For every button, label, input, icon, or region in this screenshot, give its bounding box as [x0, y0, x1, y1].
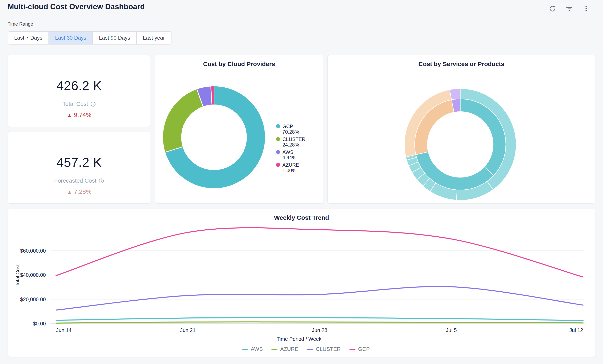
total-cost-delta: ▲9.74%	[8, 111, 151, 118]
time-range-option-last-90-days[interactable]: Last 90 Days	[93, 32, 136, 44]
x-tick-label: Jun 14	[56, 327, 71, 333]
legend-item-cluster[interactable]: CLUSTER 24.28%	[276, 137, 307, 148]
cost-by-services-card: Cost by Services or Products	[327, 55, 595, 204]
page-title: Multi-cloud Cost Overview Dashboard	[8, 2, 145, 11]
trend-legend: AWS AZURE CLUSTER GCP	[242, 346, 370, 352]
kebab-menu-icon	[582, 5, 590, 12]
trend-line-azure[interactable]	[56, 322, 583, 323]
x-tick-label: Jul 12	[569, 327, 583, 333]
services-sunburst-chart	[328, 55, 596, 204]
legend-item-azure[interactable]: AZURE	[271, 346, 298, 352]
total-cost-label: Total Cost	[62, 101, 88, 107]
legend-dash-azure	[271, 349, 278, 350]
total-cost-value: 426.2 K	[8, 78, 151, 93]
trend-line-aws[interactable]	[56, 318, 583, 320]
legend-item-gcp[interactable]: GCP 70.28%	[276, 124, 307, 135]
info-icon[interactable]	[90, 101, 96, 107]
filter-button[interactable]	[566, 5, 573, 12]
y-tick-label: $0.00	[33, 321, 46, 326]
time-range-option-last-year[interactable]: Last year	[136, 32, 171, 44]
info-icon[interactable]	[99, 178, 104, 184]
legend-item-gcp[interactable]: GCP	[349, 346, 370, 352]
y-tick-label: $40,000.00	[20, 272, 46, 278]
weekly-cost-trend-card: Weekly Cost Trend $0.00$20,000.00$40,000…	[8, 209, 595, 357]
legend-dash-gcp	[349, 349, 356, 350]
weekly-trend-plot: $0.00$20,000.00$40,000.00$60,000.00Jun 1…	[8, 209, 596, 357]
dashboard-page: Multi-cloud Cost Overview Dashboard Time…	[0, 0, 603, 364]
legend-dot-azure	[276, 163, 280, 167]
legend-item-aws[interactable]: AWS	[242, 346, 263, 352]
x-axis-title: Time Period / Week	[277, 336, 322, 342]
time-range-label: Time Range	[8, 21, 33, 27]
legend-dot-gcp	[276, 124, 280, 128]
cost-by-cloud-providers-card: Cost by Cloud Providers GCP 70.28% CLUST…	[155, 55, 323, 204]
legend-item-azure[interactable]: AZURE 1.00%	[276, 162, 307, 173]
refresh-icon	[549, 5, 556, 12]
legend-dot-aws	[276, 150, 280, 154]
legend-dot-cluster	[276, 137, 280, 141]
x-tick-label: Jun 28	[312, 327, 327, 333]
donut-legend: GCP 70.28% CLUSTER 24.28% AWS 4.44% AZUR…	[276, 124, 307, 173]
donut-segment-cluster[interactable]	[163, 89, 203, 152]
x-tick-label: Jun 21	[180, 327, 196, 333]
time-range-option-last-30-days[interactable]: Last 30 Days	[48, 32, 93, 44]
forecasted-cost-label: Forecasted Cost	[54, 177, 96, 184]
legend-dash-aws	[242, 349, 248, 350]
up-triangle-icon: ▲	[67, 189, 72, 195]
legend-item-aws[interactable]: AWS 4.44%	[276, 150, 307, 161]
legend-item-cluster[interactable]: CLUSTER	[307, 346, 340, 352]
time-range-option-last-7-days[interactable]: Last 7 Days	[8, 32, 48, 44]
y-tick-label: $20,000.00	[20, 297, 46, 302]
up-triangle-icon: ▲	[67, 112, 72, 118]
trend-line-gcp[interactable]	[56, 228, 583, 277]
forecasted-cost-card: 457.2 K Forecasted Cost ▲7.28%	[8, 132, 151, 204]
filter-icon	[566, 5, 573, 12]
forecasted-cost-delta: ▲7.28%	[8, 188, 151, 195]
refresh-button[interactable]	[549, 5, 556, 12]
header-actions	[549, 5, 590, 12]
more-options-button[interactable]	[582, 5, 590, 12]
forecasted-cost-value: 457.2 K	[8, 155, 151, 170]
trend-line-cluster[interactable]	[56, 287, 583, 310]
time-range-selector: Last 7 Days Last 30 Days Last 90 Days La…	[8, 31, 172, 44]
x-tick-label: Jul 5	[446, 327, 457, 333]
sunburst-outer-segment-10[interactable]	[450, 89, 460, 100]
legend-dash-cluster	[307, 349, 313, 350]
y-tick-label: $60,000.00	[20, 248, 46, 254]
y-axis-title: Total Cost	[15, 264, 20, 286]
total-cost-card: 426.2 K Total Cost ▲9.74%	[8, 55, 151, 127]
